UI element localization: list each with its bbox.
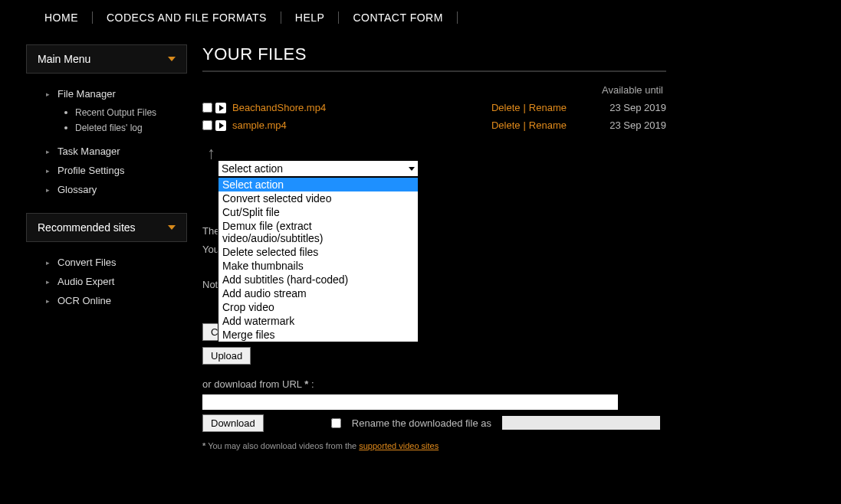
action-option[interactable]: Merge files [218,328,418,342]
supported-sites-link[interactable]: supported video sites [359,441,439,450]
main-menu-header[interactable]: Main Menu [26,44,187,74]
action-option[interactable]: Make thumbnails [218,259,418,273]
nav-contact[interactable]: CONTACT FORM [339,11,456,24]
menu-label: Glossary [57,184,97,195]
action-option[interactable]: Demux file (extract video/audio/subtitle… [218,219,418,245]
separator: | [523,102,525,113]
nav-help[interactable]: HELP [281,11,339,24]
menu-label: OCR Online [57,295,111,306]
main-menu-title: Main Menu [38,53,90,65]
play-icon[interactable] [215,120,226,131]
delete-link[interactable]: Delete [491,102,521,113]
action-option[interactable]: Select action [218,178,418,191]
main-content: YOUR FILES Available until BeachandShore… [187,44,678,450]
nav-separator [457,11,458,24]
menu-label: Audio Expert [57,276,114,287]
action-option[interactable]: Add audio stream [218,286,418,300]
rename-input[interactable] [502,416,660,430]
nav-codecs[interactable]: CODECS AND FILE FORMATS [93,11,281,24]
menu-label: File Manager [57,88,116,100]
bullet-icon [64,126,67,129]
action-options-list: Select action Convert selected video Cut… [218,177,419,342]
menu-label: Convert Files [57,257,117,268]
arrow-icon: ▸ [46,278,50,286]
arrow-up-icon: ↑ [207,145,678,162]
arrow-icon: ▸ [46,259,50,267]
url-input[interactable] [202,394,618,410]
bullet-icon [64,111,67,114]
sidebar-item-audio-expert[interactable]: ▸Audio Expert [26,272,187,291]
chevron-down-icon [168,225,176,230]
recommended-title: Recommended sites [38,221,136,234]
page-title: YOUR FILES [202,44,666,72]
action-option[interactable]: Crop video [218,300,418,314]
nav-home[interactable]: HOME [31,11,92,24]
file-row: BeachandShore.mp4 Delete | Rename 23 Sep… [202,102,666,113]
arrow-icon: ▸ [46,297,50,305]
action-option[interactable]: Add subtitles (hard-coded) [218,273,418,286]
sidebar-item-task-manager[interactable]: ▸Task Manager [26,142,187,161]
action-option[interactable]: Delete selected files [218,245,418,259]
chevron-down-icon [409,167,415,171]
arrow-icon: ▸ [46,90,50,98]
play-icon[interactable] [215,103,226,113]
sidebar-item-profile-settings[interactable]: ▸Profile Settings [26,161,187,180]
delete-link[interactable]: Delete [491,119,521,131]
rename-checkbox[interactable] [331,418,341,428]
separator: | [523,119,525,131]
file-checkbox[interactable] [202,103,212,113]
action-option[interactable]: Add watermark [218,314,418,328]
sidebar-item-file-manager[interactable]: ▸File Manager [26,84,187,103]
file-name-link[interactable]: sample.mp4 [232,119,287,131]
sidebar: Main Menu ▸File Manager Recent Output Fi… [26,44,187,450]
action-option[interactable]: Convert selected video [218,191,418,205]
available-until-label: Available until [202,84,666,96]
file-date: 23 Sep 2019 [567,102,666,113]
submenu-label: Recent Output Files [75,107,156,118]
recommended-list: ▸Convert Files ▸Audio Expert ▸OCR Online [26,248,187,324]
action-option[interactable]: Cut/Split file [218,205,418,219]
submenu-label: Deleted files' log [75,123,143,133]
top-nav: HOME CODECS AND FILE FORMATS HELP CONTAC… [0,0,841,33]
rename-link[interactable]: Rename [529,119,567,131]
file-row: sample.mp4 Delete | Rename 23 Sep 2019 [202,119,666,131]
footnote: * You may also download videos from the … [202,441,678,450]
file-name-link[interactable]: BeachandShore.mp4 [232,102,326,113]
sidebar-sub-deleted-log[interactable]: Deleted files' log [64,120,187,136]
upload-button[interactable]: Upload [202,347,251,365]
file-checkbox[interactable] [202,120,212,130]
rename-link[interactable]: Rename [529,102,567,113]
sidebar-item-ocr-online[interactable]: ▸OCR Online [26,291,187,310]
arrow-icon: ▸ [46,167,50,175]
or-download-label: or download from URL * : [202,378,678,390]
recommended-header[interactable]: Recommended sites [26,213,187,242]
download-button[interactable]: Download [202,414,264,432]
chevron-down-icon [168,57,176,61]
sidebar-item-glossary[interactable]: ▸Glossary [26,180,187,199]
sidebar-sub-recent-output[interactable]: Recent Output Files [64,105,187,120]
arrow-icon: ▸ [46,148,50,155]
file-date: 23 Sep 2019 [567,119,666,131]
select-value: Select action [222,162,283,175]
rename-label: Rename the downloaded file as [352,417,491,429]
sidebar-item-convert-files[interactable]: ▸Convert Files [26,253,187,272]
action-dropdown: Select action Select action Convert sele… [218,160,678,177]
menu-label: Profile Settings [57,165,124,176]
arrow-icon: ▸ [46,186,50,194]
menu-label: Task Manager [57,146,120,157]
main-menu-list: ▸File Manager Recent Output Files Delete… [26,80,187,213]
action-select[interactable]: Select action [218,160,419,177]
